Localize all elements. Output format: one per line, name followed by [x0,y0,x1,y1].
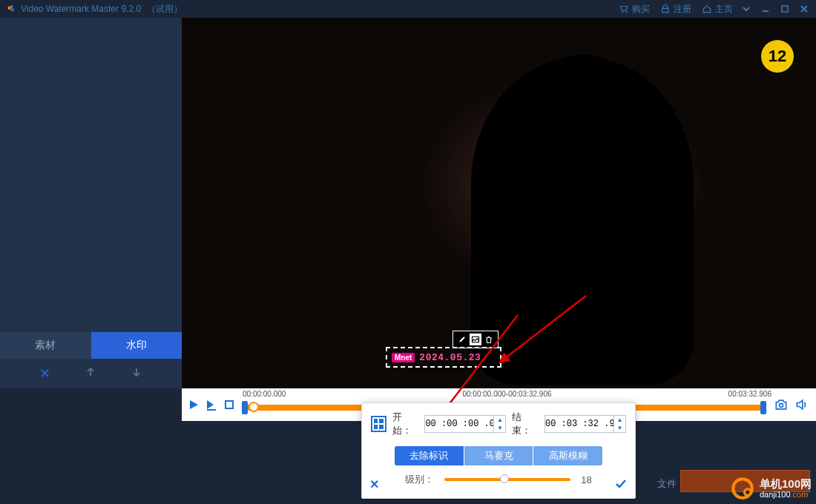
playhead-handle[interactable] [249,402,259,412]
volume-button[interactable] [794,397,810,413]
selection-toolbar [453,331,499,348]
start-step-up[interactable]: ▲ [494,416,505,424]
cart-icon [619,4,629,14]
chevron-down-icon [742,4,751,13]
mode-switch: 去除标识 马赛克 高斯模糊 [395,446,602,465]
play-button[interactable] [187,398,200,411]
sidebar-tabs: 素材 水印 [0,332,182,359]
channel-tag: Mnet [392,353,415,362]
end-time-field[interactable] [545,419,613,429]
play-range-button[interactable] [205,398,218,411]
move-up-button[interactable] [85,366,96,381]
close-icon [800,4,809,13]
main-area: 素材 水印 ✕ 12 Mnet 2024.05.23 [0,18,816,388]
home-button[interactable]: 主页 [702,3,733,16]
stop-button[interactable] [223,398,236,411]
close-button[interactable] [798,3,810,15]
region-grid-button[interactable] [371,416,386,432]
end-step-up[interactable]: ▲ [614,416,625,424]
delete-item-button[interactable]: ✕ [39,365,50,382]
panel-confirm-button[interactable] [614,477,628,494]
tab-watermark[interactable]: 水印 [91,332,182,359]
register-button[interactable]: 注册 [660,3,691,16]
speaker-icon [794,397,809,412]
mode-remove-logo[interactable]: 去除标识 [395,446,464,465]
dropdown-menu-button[interactable] [740,3,752,15]
stop-icon [225,400,234,409]
range-start-handle[interactable] [242,401,248,414]
snapshot-button[interactable] [773,397,789,413]
svg-point-8 [746,491,749,494]
end-time-input[interactable]: ▲▼ [544,415,626,433]
timeline-range-label: 00:00:00.000-00:03:32.906 [462,390,551,398]
move-down-button[interactable] [131,366,142,381]
timeline-start-label: 00:00:00.000 [243,390,286,398]
pencil-icon [458,335,467,344]
image-mode-button[interactable] [470,334,481,345]
end-step-down[interactable]: ▼ [614,424,625,432]
tab-assets[interactable]: 素材 [0,332,91,359]
lock-icon [660,4,671,14]
panel-cancel-button[interactable]: ✕ [369,477,379,494]
end-label: 结束： [512,411,539,437]
svg-rect-3 [782,6,788,12]
maximize-icon [780,4,789,13]
file-label: 文件 [657,477,677,491]
play-icon [188,399,200,411]
start-time-field[interactable] [425,419,493,429]
title-bar: Video Watermark Master 9.2.0 （试用） 购买 注册 … [0,0,816,18]
buy-button[interactable]: 购买 [619,3,650,16]
minimize-button[interactable] [760,3,771,15]
svg-point-5 [780,403,783,407]
video-preview[interactable]: 12 Mnet 2024.05.23 [182,18,816,388]
maximize-button[interactable] [779,3,791,15]
mode-mosaic[interactable]: 马赛克 [464,446,533,465]
camera-icon [774,397,789,412]
home-icon [702,4,712,14]
sidebar: 素材 水印 ✕ [0,18,182,388]
time-range-panel: 开始： ▲▼ 结束： ▲▼ 去除标识 马赛克 高斯模糊 级别： 18 ✕ [361,402,636,499]
age-rating-badge: 12 [761,40,794,73]
start-step-down[interactable]: ▼ [494,424,505,432]
timeline-end-label: 00:03:32.906 [728,390,771,398]
watermark-selection-box[interactable]: Mnet 2024.05.23 [386,347,501,368]
app-title: Video Watermark Master 9.2.0 [21,4,141,14]
svg-point-1 [10,8,14,12]
site-watermark: 单机100网 danji100.com [730,476,812,501]
svg-point-2 [10,5,13,8]
range-end-handle[interactable] [760,401,766,414]
overlay-date-text: 2024.05.23 [419,352,481,363]
app-logo-icon [6,4,16,14]
delete-selection-button[interactable] [483,334,495,345]
site-name: 单机100网 [760,478,812,491]
trial-badge: （试用） [147,3,182,16]
image-icon [471,335,480,344]
arrow-down-icon [131,366,142,378]
mode-gaussian-blur[interactable]: 高斯模糊 [533,446,602,465]
minimize-icon [761,4,770,13]
play-range-icon [205,398,218,411]
edit-selection-button[interactable] [456,334,468,345]
site-logo-icon [730,476,755,501]
trash-icon [484,335,493,344]
start-label: 开始： [392,411,419,437]
start-time-input[interactable]: ▲▼ [424,415,506,433]
check-icon [614,477,628,491]
arrow-up-icon [85,366,96,378]
